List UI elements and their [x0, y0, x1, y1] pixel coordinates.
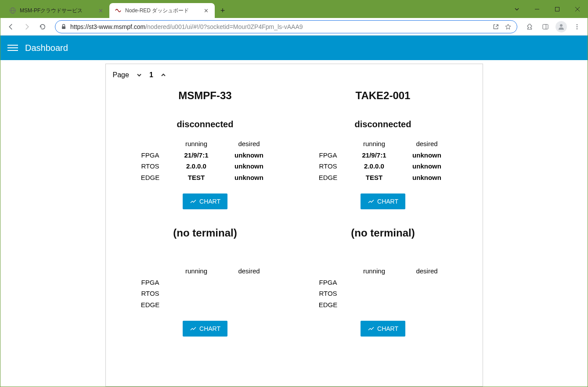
- page-content: Dashboard Page 1 M: [0, 36, 588, 387]
- svg-point-12: [577, 26, 577, 27]
- row-label-fpga: FPGA: [308, 150, 348, 161]
- share-icon[interactable]: [492, 23, 499, 30]
- chart-button[interactable]: CHART: [361, 321, 405, 337]
- menu-icon[interactable]: [7, 43, 18, 53]
- column-desired: desired: [223, 265, 275, 277]
- chart-button[interactable]: CHART: [183, 321, 227, 337]
- close-icon[interactable]: ✕: [202, 7, 209, 14]
- device-name: (no terminal): [173, 227, 237, 239]
- edge-running: [348, 299, 400, 311]
- device-panel: (no terminal) running desired FPGA: [294, 227, 472, 337]
- minimize-button[interactable]: [527, 0, 547, 18]
- fpga-desired: unknown: [400, 150, 453, 161]
- rtos-running: 2.0.0.0: [170, 161, 223, 172]
- svg-point-13: [577, 28, 577, 29]
- device-status: disconnected: [177, 119, 234, 129]
- device-panel: MSMPF-33 disconnected running desired FP…: [116, 90, 294, 209]
- pager: Page 1: [106, 69, 483, 82]
- spec-table: running desired FPGA 21/9/7:1 unknown RT…: [308, 138, 458, 183]
- close-icon[interactable]: ✕: [97, 7, 104, 14]
- bookmark-icon[interactable]: [505, 23, 512, 30]
- edge-desired: [400, 299, 453, 311]
- dashboard-card: Page 1 MSMPF-33 disconnected: [105, 64, 483, 387]
- column-desired: desired: [400, 138, 453, 150]
- row-label-edge: EDGE: [130, 299, 170, 311]
- lock-icon: [61, 24, 67, 30]
- row-label-rtos: RTOS: [308, 288, 348, 299]
- chart-button[interactable]: CHART: [361, 194, 405, 209]
- svg-point-11: [577, 24, 577, 25]
- browser-tab-1[interactable]: Node-RED ダッシュボード ✕: [109, 3, 215, 18]
- chart-button-label: CHART: [377, 325, 398, 332]
- chart-button[interactable]: CHART: [183, 194, 227, 209]
- rtos-running: 2.0.0.0: [348, 161, 400, 172]
- profile-button[interactable]: [554, 20, 568, 34]
- edge-desired: unknown: [223, 172, 275, 183]
- extensions-button[interactable]: [523, 20, 537, 34]
- rtos-running: [348, 288, 400, 299]
- edge-running: TEST: [170, 172, 223, 183]
- device-panel: (no terminal) running desired FPGA: [116, 227, 294, 337]
- rtos-desired: [400, 288, 453, 299]
- rtos-running: [170, 288, 223, 299]
- row-label-rtos: RTOS: [130, 288, 170, 299]
- device-name: MSMPF-33: [178, 90, 231, 102]
- fpga-running: [348, 277, 400, 288]
- column-desired: desired: [223, 138, 275, 150]
- column-desired: desired: [400, 265, 453, 277]
- globe-icon: [9, 7, 16, 14]
- url-text: https://st3-www.msmpf.com/nodered/u001/u…: [70, 23, 489, 30]
- back-button[interactable]: [4, 20, 18, 34]
- rtos-desired: unknown: [400, 161, 453, 172]
- new-tab-button[interactable]: +: [216, 4, 229, 17]
- side-panel-button[interactable]: [538, 20, 552, 34]
- tab-title: MSM-PFクラウドサービス: [20, 7, 94, 14]
- column-running: running: [348, 138, 400, 150]
- chart-icon: [368, 198, 375, 205]
- chevron-up-icon[interactable]: [159, 71, 167, 79]
- address-bar[interactable]: https://st3-www.msmpf.com/nodered/u001/u…: [55, 20, 517, 33]
- device-grid: MSMPF-33 disconnected running desired FP…: [106, 82, 483, 337]
- chart-icon: [190, 198, 197, 205]
- browser-tab-0[interactable]: MSM-PFクラウドサービス ✕: [4, 3, 109, 18]
- row-label-rtos: RTOS: [130, 161, 170, 172]
- tab-strip: MSM-PFクラウドサービス ✕ Node-RED ダッシュボード ✕ +: [0, 0, 588, 18]
- chart-button-label: CHART: [377, 198, 398, 205]
- edge-desired: unknown: [400, 172, 453, 183]
- svg-rect-7: [62, 26, 65, 29]
- pager-label: Page: [113, 71, 129, 79]
- column-running: running: [170, 138, 223, 150]
- tab-search-button[interactable]: [507, 0, 527, 18]
- rtos-desired: unknown: [223, 161, 275, 172]
- chart-icon: [190, 325, 197, 332]
- close-window-button[interactable]: [567, 0, 588, 18]
- fpga-running: [170, 277, 223, 288]
- chart-button-label: CHART: [199, 198, 220, 205]
- app-title: Dashboard: [25, 43, 68, 53]
- forward-button[interactable]: [20, 20, 34, 34]
- row-label-edge: EDGE: [308, 299, 348, 311]
- reload-button[interactable]: [36, 20, 50, 34]
- chart-icon: [368, 325, 375, 332]
- row-label-fpga: FPGA: [130, 277, 170, 288]
- fpga-desired: [400, 277, 453, 288]
- row-label-fpga: FPGA: [308, 277, 348, 288]
- device-name: (no terminal): [351, 227, 415, 239]
- spec-table: running desired FPGA RTOS: [130, 265, 280, 310]
- maximize-button[interactable]: [547, 0, 567, 18]
- row-label-edge: EDGE: [308, 172, 348, 183]
- menu-button[interactable]: [570, 20, 584, 34]
- edge-desired: [223, 299, 275, 311]
- window-controls: [507, 0, 588, 18]
- svg-rect-8: [543, 24, 548, 29]
- row-label-fpga: FPGA: [130, 150, 170, 161]
- pager-value: 1: [149, 71, 153, 79]
- edge-running: TEST: [348, 172, 400, 183]
- row-label-edge: EDGE: [130, 172, 170, 183]
- tab-title: Node-RED ダッシュボード: [125, 7, 199, 14]
- device-name: TAKE2-001: [356, 90, 411, 102]
- chevron-down-icon[interactable]: [135, 71, 143, 79]
- fpga-desired: [223, 277, 275, 288]
- column-running: running: [170, 265, 223, 277]
- edge-running: [170, 299, 223, 311]
